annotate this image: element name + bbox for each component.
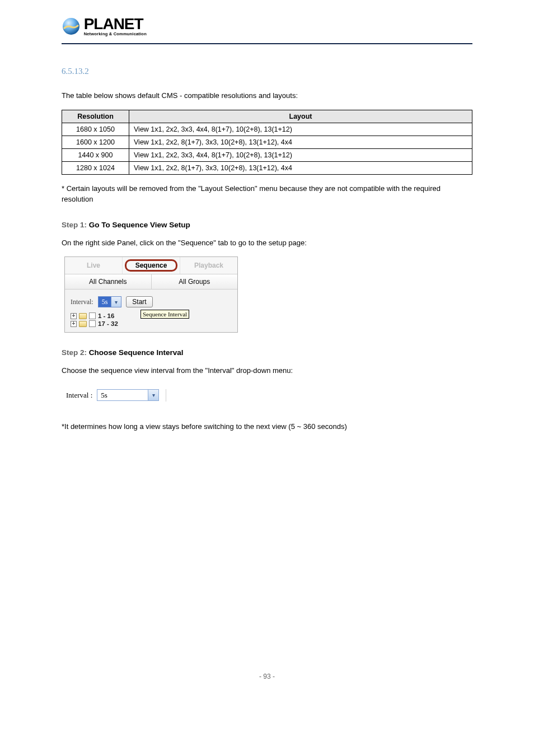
subtab-all-channels[interactable]: All Channels [65, 274, 152, 289]
resolution-layout-table: Resolution Layout 1680 x 1050 View 1x1, … [62, 110, 472, 175]
tab-sequence[interactable]: Sequence [123, 257, 180, 274]
start-button[interactable]: Start [126, 296, 152, 307]
interval-dropdown-screenshot: Interval : 5s ▾ [66, 389, 166, 402]
interval-dropdown[interactable]: 5s ▾ [97, 389, 159, 401]
brand-tagline: Networking & Communication [84, 31, 147, 36]
sequence-panel-screenshot: Live Sequence Playback All Channels All … [64, 256, 238, 333]
divider [166, 389, 166, 402]
table-header: Layout [129, 110, 472, 123]
step1-heading: Step 1: Go To Sequence View Setup [62, 221, 472, 229]
table-row: 1600 x 1200 View 1x1, 2x2, 8(1+7), 3x3, … [62, 136, 472, 148]
brand-logo: PLANET Networking & Communication [62, 17, 472, 38]
table-row: 1280 x 1024 View 1x1, 2x2, 8(1+7), 3x3, … [62, 161, 472, 174]
table-row: 1680 x 1050 View 1x1, 2x2, 3x3, 4x4, 8(1… [62, 123, 472, 136]
step1-instruction: On the right side Panel, click on the "S… [62, 237, 472, 249]
checkbox[interactable] [89, 312, 96, 319]
table-header: Resolution [62, 110, 129, 123]
chevron-down-icon: ▾ [111, 297, 121, 307]
tab-live[interactable]: Live [65, 257, 123, 274]
folder-icon [79, 313, 87, 319]
checkbox[interactable] [89, 320, 96, 327]
step2-heading: Step 2: Choose Sequence Interval [62, 348, 472, 357]
section-number: 6.5.13.2 [62, 67, 472, 76]
expand-icon[interactable]: + [71, 313, 77, 319]
expand-icon[interactable]: + [71, 321, 77, 327]
page-number: - 93 - [62, 673, 472, 680]
chevron-down-icon: ▾ [148, 390, 158, 400]
step2-note: *It determines how long a view stays bef… [62, 421, 472, 432]
layout-note: * Certain layouts will be removed from t… [62, 183, 472, 205]
header-divider [62, 43, 472, 44]
tree-node[interactable]: + 17 - 32 [71, 320, 232, 328]
tooltip-sequence-interval: Sequence Interval [140, 310, 189, 319]
tab-playback[interactable]: Playback [180, 257, 237, 274]
table-row: 1440 x 900 View 1x1, 2x2, 3x3, 4x4, 8(1+… [62, 148, 472, 161]
interval-dropdown[interactable]: 5s ▾ [98, 296, 122, 307]
subtab-all-groups[interactable]: All Groups [152, 274, 238, 289]
step2-instruction: Choose the sequence view interval from t… [62, 365, 472, 376]
folder-icon [79, 321, 87, 327]
brand-name: PLANET [84, 18, 147, 30]
interval-label: Interval : [66, 391, 92, 400]
intro-text: The table below shows default CMS - comp… [62, 90, 472, 101]
globe-icon [62, 17, 81, 38]
interval-label: Interval: [71, 298, 93, 306]
